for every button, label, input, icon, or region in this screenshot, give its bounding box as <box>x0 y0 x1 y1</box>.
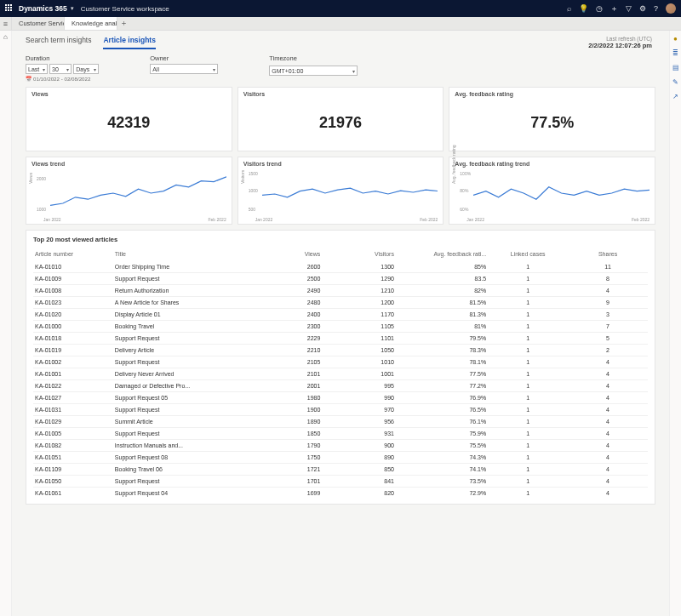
clock-icon[interactable]: ◷ <box>596 4 603 13</box>
avatar[interactable] <box>666 3 676 14</box>
cell-visitors: 1101 <box>322 333 396 345</box>
app-launcher-icon[interactable] <box>5 4 14 13</box>
cell-article-number: KA-01019 <box>33 345 113 356</box>
table-row[interactable]: KA-01018Support Request2229110179.5%15 <box>33 333 648 345</box>
brand-name[interactable]: Dynamics 365 <box>19 4 67 13</box>
x-tick: Feb 2022 <box>209 217 226 222</box>
tab-customer-service[interactable]: Customer Service ... <box>12 17 65 30</box>
table-row[interactable]: KA-01029Summit Article189095676.1%14 <box>33 416 648 428</box>
cell-rating: 73.5% <box>396 476 488 488</box>
y-axis-label: Avg. feedback rating <box>451 145 456 185</box>
col-views[interactable]: Views <box>260 248 322 260</box>
cell-visitors: 1105 <box>322 321 396 333</box>
list-rail-icon[interactable]: ≣ <box>672 49 678 57</box>
table-row[interactable]: KA-01019Delivery Article2210105078.3%12 <box>33 345 648 356</box>
home-icon[interactable]: ⌂ <box>3 33 8 41</box>
table-row[interactable]: KA-01009Support Request2500129083.518 <box>33 273 648 285</box>
cell-linked: 1 <box>488 321 568 333</box>
add-icon[interactable]: ＋ <box>610 3 618 14</box>
table-row[interactable]: KA-01023A New Article for Shares24801200… <box>33 297 648 309</box>
cell-article-number: KA-01023 <box>33 297 113 309</box>
table-row[interactable]: KA-01027Support Request 05198099076.9%14 <box>33 392 648 404</box>
col-linked[interactable]: Linked cases <box>488 248 568 260</box>
cell-visitors: 1210 <box>322 285 396 297</box>
col-visitors[interactable]: Visitors <box>322 248 396 260</box>
x-tick: Jan 2022 <box>255 217 273 222</box>
cell-views: 2101 <box>260 368 322 380</box>
cell-article-number: KA-01050 <box>33 476 113 488</box>
hamburger-icon[interactable]: ≡ <box>0 17 12 30</box>
edit-rail-icon[interactable]: ✎ <box>672 78 678 86</box>
bulb-icon[interactable]: 💡 <box>579 4 588 13</box>
table-row[interactable]: KA-01001Delivery Never Arrived2101100177… <box>33 368 648 380</box>
x-tick: Feb 2022 <box>632 217 650 222</box>
table-row[interactable]: KA-01008Return Authorization2490121082%1… <box>33 285 648 297</box>
rating-card: Avg. feedback rating 77.5% <box>449 87 655 151</box>
cell-views: 2500 <box>260 273 322 285</box>
help-icon[interactable]: ? <box>654 4 658 13</box>
cell-linked: 1 <box>488 333 568 345</box>
duration-last-select[interactable]: Last▾ <box>26 64 48 74</box>
tab-strip: ≡ Customer Service ... Knowledge analyti… <box>0 17 681 31</box>
panel-rail-icon[interactable]: ▤ <box>672 64 679 71</box>
col-title[interactable]: Title <box>113 248 260 260</box>
table-row[interactable]: KA-01051Support Request 08175089074.3%14 <box>33 452 648 464</box>
card-title: Visitors trend <box>243 161 438 167</box>
duration-unit-select[interactable]: Days▾ <box>73 64 99 74</box>
table-row[interactable]: KA-01010Order Shipping Time2600130085%11… <box>33 260 648 273</box>
owner-select[interactable]: All▾ <box>150 64 218 74</box>
card-title: Views trend <box>31 161 226 167</box>
cell-title: A New Article for Shares <box>113 297 260 309</box>
cell-views: 2001 <box>260 380 322 392</box>
new-tab-button[interactable]: ＋ <box>117 17 129 30</box>
cell-title: Display Article 01 <box>113 309 260 321</box>
date-range: 01/10/2022 - 02/08/2022 <box>26 76 99 82</box>
col-shares[interactable]: Shares <box>568 248 648 260</box>
table-row[interactable]: KA-01082Instruction Manuals and...179090… <box>33 440 648 452</box>
tab-knowledge-analytics[interactable]: Knowledge analytics - Ins...✕ <box>65 17 117 30</box>
table-row[interactable]: KA-01000Booking Travel2300110581%17 <box>33 321 648 333</box>
filter-icon[interactable]: ▽ <box>626 4 632 13</box>
table-title: Top 20 most viewed articles <box>33 236 648 243</box>
left-rail: ⌂ <box>0 31 12 616</box>
cell-shares: 4 <box>568 428 648 440</box>
cell-shares: 4 <box>568 368 648 380</box>
cell-title: Instruction Manuals and... <box>113 440 260 452</box>
cell-views: 1890 <box>260 416 322 428</box>
table-row[interactable]: KA-01022Damaged or Defective Pro...20019… <box>33 380 648 392</box>
cell-shares: 11 <box>568 260 648 273</box>
table-row[interactable]: KA-01002Support Request2105101078.1%14 <box>33 356 648 368</box>
cell-article-number: KA-01010 <box>33 260 113 273</box>
cell-title: Support Request <box>113 356 260 368</box>
cell-visitors: 820 <box>322 488 396 499</box>
gear-icon[interactable]: ⚙ <box>639 4 646 13</box>
x-tick: Jan 2022 <box>43 217 61 222</box>
cell-title: Delivery Article <box>113 345 260 356</box>
cell-views: 2300 <box>260 321 322 333</box>
table-row[interactable]: KA-01109Booking Travel 06172185074.1%14 <box>33 464 648 476</box>
cell-shares: 4 <box>568 356 648 368</box>
table-row[interactable]: KA-01050Support Request170184173.5%14 <box>33 476 648 488</box>
table-row[interactable]: KA-01005Support Request185093175.9%14 <box>33 428 648 440</box>
share-rail-icon[interactable]: ↗ <box>672 93 678 100</box>
chevron-down-icon[interactable]: ▾ <box>71 5 74 12</box>
visitors-trend-card: Visitors trend Visitors 1500 1000 500 Ja… <box>237 157 444 225</box>
cell-views: 2490 <box>260 285 322 297</box>
subtab-search-term[interactable]: Search term insights <box>26 36 91 49</box>
bulb-rail-icon[interactable]: ● <box>673 35 678 43</box>
col-article-number[interactable]: Article number <box>33 248 113 260</box>
col-rating[interactable]: Avg. feedback rati... <box>396 248 488 260</box>
table-row[interactable]: KA-01020Display Article 012400117081.3%1… <box>33 309 648 321</box>
subtab-article-insights[interactable]: Article insights <box>103 36 155 49</box>
cell-title: Support Request <box>113 476 260 488</box>
card-title: Views <box>31 91 226 97</box>
table-row[interactable]: KA-01031Support Request190097076.5%14 <box>33 404 648 416</box>
cell-linked: 1 <box>488 476 568 488</box>
rating-sparkline <box>473 173 650 214</box>
timezone-select[interactable]: GMT+01:00▾ <box>269 66 358 76</box>
cell-linked: 1 <box>488 428 568 440</box>
duration-num-select[interactable]: 30▾ <box>49 64 72 74</box>
search-icon[interactable]: ⌕ <box>567 4 571 13</box>
cell-article-number: KA-01022 <box>33 380 113 392</box>
table-row[interactable]: KA-01061Support Request 04169982072.9%14 <box>33 488 648 499</box>
